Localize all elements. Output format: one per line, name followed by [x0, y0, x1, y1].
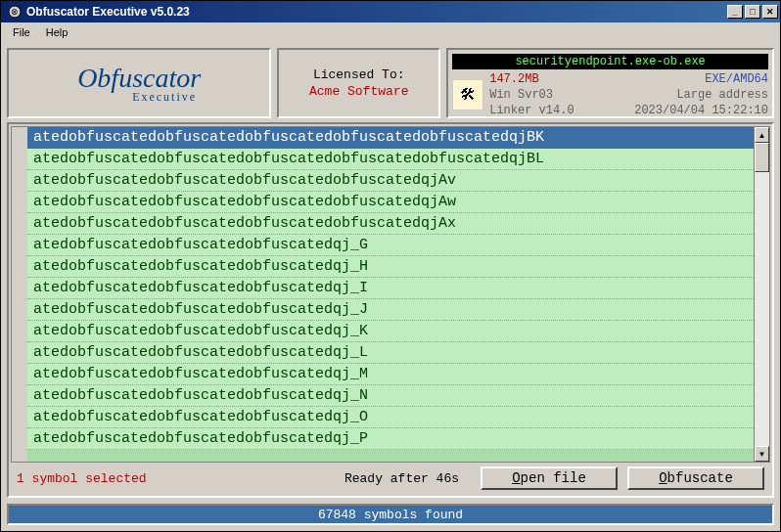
scroll-thumb[interactable]	[755, 143, 769, 172]
file-icon: 🛠	[452, 79, 483, 111]
symbol-row[interactable]: atedobfuscatedobfuscatedobfuscatedqj_I	[27, 278, 754, 299]
file-size: 147.2MB	[489, 71, 634, 87]
symbol-row[interactable]: atedobfuscatedobfuscatedobfuscatedobfusc…	[27, 149, 754, 170]
list-gutter	[12, 127, 27, 462]
fileinfo-left: 147.2MB Win Svr03 Linker v14.0	[489, 71, 634, 119]
top-panels: Obfuscator Executive Licensed To: Acme S…	[7, 48, 774, 118]
symbol-row[interactable]: atedobfuscatedobfuscatedobfuscatedqj_O	[27, 407, 754, 428]
symbol-row[interactable]: atedobfuscatedobfuscatedobfuscatedqj_L	[27, 342, 754, 364]
symbol-count: 67848 symbols found	[318, 508, 463, 522]
close-button[interactable]: ✕	[762, 5, 778, 19]
open-file-button[interactable]: Open file	[481, 466, 618, 490]
license-name: Acme Software	[309, 84, 408, 99]
file-timestamp: 2023/04/04 15:22:10	[634, 103, 768, 118]
maximize-button[interactable]: □	[745, 5, 760, 19]
menubar: File Help	[1, 22, 780, 42]
obfuscate-button[interactable]: Obfuscate	[627, 466, 764, 490]
selection-status: 1 symbol selected	[17, 471, 335, 486]
symbol-list-panel: atedobfuscatedobfuscatedobfuscatedobfusc…	[7, 122, 774, 498]
scroll-up-button[interactable]: ▲	[755, 127, 769, 143]
svg-text:⊗: ⊗	[11, 7, 19, 17]
file-os: Win Svr03	[489, 87, 634, 103]
symbol-row[interactable]: atedobfuscatedobfuscatedobfuscatedqj_N	[27, 385, 754, 407]
file-address: Large address	[634, 87, 768, 103]
minimize-button[interactable]: _	[727, 5, 743, 19]
license-panel: Licensed To: Acme Software	[277, 48, 440, 118]
symbol-row[interactable]: atedobfuscatedobfuscatedobfuscatedqj_J	[27, 299, 754, 321]
symbol-row[interactable]: atedobfuscatedobfuscatedobfuscatedobfusc…	[27, 127, 754, 149]
status-footer: 67848 symbols found	[7, 504, 774, 525]
file-linker: Linker v14.0	[489, 103, 634, 118]
symbol-row[interactable]: atedobfuscatedobfuscatedobfuscatedobfusc…	[27, 213, 754, 235]
fileinfo-panel: securityendpoint.exe-ob.exe 🛠 147.2MB Wi…	[446, 48, 774, 118]
fileinfo-right: EXE/AMD64 Large address 2023/04/04 15:22…	[634, 71, 768, 119]
logo-panel: Obfuscator Executive	[7, 48, 271, 118]
list-bottom-bar: 1 symbol selected Ready after 46s Open f…	[11, 463, 770, 494]
symbol-row[interactable]: atedobfuscatedobfuscatedobfuscatedqj_P	[27, 428, 754, 450]
fileinfo-filename: securityendpoint.exe-ob.exe	[452, 54, 768, 69]
symbol-row[interactable]: atedobfuscatedobfuscatedobfuscatedqj_H	[27, 256, 754, 278]
scroll-track[interactable]	[755, 143, 769, 446]
symbol-row[interactable]: atedobfuscatedobfuscatedobfuscatedqj_K	[27, 321, 754, 342]
symbol-row[interactable]: atedobfuscatedobfuscatedobfuscatedqj_M	[27, 364, 754, 385]
vertical-scrollbar[interactable]: ▲ ▼	[754, 127, 769, 462]
ready-status: Ready after 46s	[345, 471, 459, 486]
symbol-row[interactable]: atedobfuscatedobfuscatedobfuscatedqj_G	[27, 235, 754, 256]
window-controls: _ □ ✕	[727, 5, 778, 19]
menu-help[interactable]: Help	[38, 24, 76, 40]
app-window: ⊗ Obfuscator Executive v5.0.23 _ □ ✕ Fil…	[0, 0, 781, 532]
symbol-list[interactable]: atedobfuscatedobfuscatedobfuscatedobfusc…	[27, 127, 754, 462]
app-icon: ⊗	[7, 4, 23, 20]
window-title: Obfuscator Executive v5.0.23	[26, 5, 727, 19]
license-label: Licensed To:	[313, 67, 405, 82]
file-arch: EXE/AMD64	[634, 71, 768, 87]
scroll-down-button[interactable]: ▼	[755, 446, 769, 462]
logo-main: Obfuscator	[77, 63, 201, 94]
content-area: Obfuscator Executive Licensed To: Acme S…	[1, 42, 780, 504]
menu-file[interactable]: File	[5, 24, 38, 40]
titlebar: ⊗ Obfuscator Executive v5.0.23 _ □ ✕	[1, 1, 780, 22]
symbol-row[interactable]: atedobfuscatedobfuscatedobfuscatedobfusc…	[27, 170, 754, 192]
symbol-row[interactable]: atedobfuscatedobfuscatedobfuscatedobfusc…	[27, 192, 754, 213]
